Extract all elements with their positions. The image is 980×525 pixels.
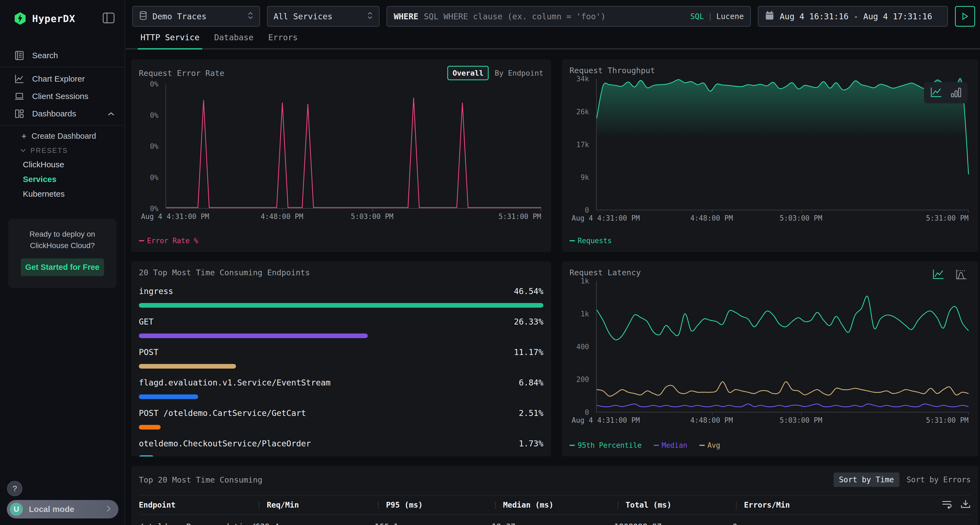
x-tick: 5:03:00 PM xyxy=(780,416,822,424)
sidebar-item-kubernetes[interactable]: Kubernetes xyxy=(0,187,125,201)
lucene-mode-button[interactable]: Lucene xyxy=(716,12,744,21)
column-label: Req/Min xyxy=(267,501,299,509)
sort-by-errors-button[interactable]: Sort by Errors xyxy=(907,475,971,484)
histogram-icon[interactable] xyxy=(955,268,967,281)
tab-database[interactable]: Database xyxy=(212,33,256,48)
promo-text-line2: ClickHouse Cloud? xyxy=(14,240,111,251)
sql-mode-button[interactable]: SQL xyxy=(690,12,704,21)
y-tick: 26k xyxy=(576,108,589,116)
latency-chart: 1k 1k 400 200 0 Aug 4 4:31:00 PM 4:48:00… xyxy=(570,281,971,432)
time-range-picker[interactable]: Aug 4 16:31:16 - Aug 4 17:31:16 xyxy=(758,6,948,27)
endpoint-value: 11.17% xyxy=(514,347,543,357)
tab-errors[interactable]: Errors xyxy=(266,33,300,48)
y-tick: 9k xyxy=(581,173,589,181)
column-label: P95 (ms) xyxy=(386,501,423,509)
error-rate-view-toggle: Overall By Endpoint xyxy=(447,66,543,80)
sidebar-item-dashboards[interactable]: Dashboards xyxy=(0,105,125,122)
help-button[interactable]: ? xyxy=(7,481,22,496)
legend-label: Requests xyxy=(578,237,612,245)
error-rate-legend: Error Rate % xyxy=(139,237,198,245)
column-header-req-min[interactable]: ⋮ Req/Min xyxy=(255,501,375,509)
column-header-errors-min[interactable]: ⋮ Errors/Min xyxy=(733,501,971,509)
where-clause-input[interactable]: WHERE SQL WHERE clause (ex. column = 'fo… xyxy=(387,6,751,27)
top-time-consuming-table-card: Top 20 Most Time Consuming Sort by Time … xyxy=(131,466,978,525)
line-chart-icon[interactable] xyxy=(932,268,945,281)
drag-handle-icon[interactable]: ⋮ xyxy=(733,501,740,509)
get-started-button[interactable]: Get Started for Free xyxy=(21,259,104,276)
endpoint-row[interactable]: oteldemo.CheckoutService/PlaceOrder1.73% xyxy=(139,439,543,457)
download-icon[interactable] xyxy=(960,499,971,511)
sidebar-collapse-icon[interactable] xyxy=(102,12,115,25)
user-menu[interactable]: U Local mode xyxy=(7,500,118,519)
sidebar: HyperDX Search Chart Explorer xyxy=(0,0,125,525)
sort-by-time-button[interactable]: Sort by Time xyxy=(834,473,899,487)
preset-label: Services xyxy=(23,174,56,184)
drag-handle-icon[interactable]: ⋮ xyxy=(614,501,622,509)
x-tick: 4:48:00 PM xyxy=(690,416,733,424)
y-tick: 0% xyxy=(150,205,158,213)
throughput-plot[interactable] xyxy=(596,79,969,210)
select-chevrons-icon xyxy=(360,11,373,22)
legend-label: Avg xyxy=(708,441,720,449)
laptop-icon xyxy=(14,91,24,102)
cell-endpoint: /oteldemo.RecommendationServ xyxy=(139,522,255,525)
sidebar-item-client-sessions[interactable]: Client Sessions xyxy=(0,87,125,105)
endpoint-row[interactable]: POST /oteldemo.CartService/GetCart2.51% xyxy=(139,408,543,430)
y-tick: 0% xyxy=(150,174,158,182)
create-dashboard-label: Create Dashboard xyxy=(32,132,96,141)
cell-median: 19.37 xyxy=(492,522,614,525)
wrap-lines-icon[interactable] xyxy=(941,499,952,511)
column-header-total[interactable]: ⋮ Total (ms) xyxy=(614,501,733,509)
legend-swatch xyxy=(699,445,705,446)
endpoint-label: flagd.evaluation.v1.Service/EventStream xyxy=(139,378,331,387)
request-latency-card: Request Latency 1k 1k xyxy=(562,262,978,457)
endpoint-label: ingress xyxy=(139,286,173,296)
sidebar-item-chart-explorer[interactable]: Chart Explorer xyxy=(0,70,125,87)
latency-plot[interactable] xyxy=(596,281,969,412)
endpoint-row[interactable]: flagd.evaluation.v1.Service/EventStream6… xyxy=(139,378,543,399)
column-header-p95[interactable]: ⋮ P95 (ms) xyxy=(375,501,492,509)
tab-http-service[interactable]: HTTP Service xyxy=(138,33,202,48)
bar-chart-icon[interactable] xyxy=(951,87,961,99)
y-tick: 0% xyxy=(150,111,158,119)
endpoint-label: POST xyxy=(139,347,158,357)
table-row[interactable]: /oteldemo.RecommendationServ 639.4 166.1… xyxy=(139,515,971,525)
endpoint-bar xyxy=(139,395,198,399)
column-header-median[interactable]: ⋮ Median (ms) xyxy=(492,501,614,509)
y-tick: 0 xyxy=(585,408,589,416)
sidebar-item-label: Chart Explorer xyxy=(32,74,85,84)
drag-handle-icon[interactable]: ⋮ xyxy=(492,501,499,509)
service-select[interactable]: All Services xyxy=(267,6,380,27)
logo-row: HyperDX xyxy=(0,0,125,25)
line-chart-icon[interactable] xyxy=(930,87,942,99)
presets-toggle[interactable]: PRESETS xyxy=(0,144,125,157)
x-tick: Aug 4 4:31:00 PM xyxy=(572,214,640,222)
drag-handle-icon[interactable]: ⋮ xyxy=(255,501,263,509)
x-tick: 5:31:00 PM xyxy=(498,213,541,220)
endpoint-row[interactable]: POST11.17% xyxy=(139,347,543,369)
y-tick: 1k xyxy=(581,310,589,318)
sidebar-item-search[interactable]: Search xyxy=(0,47,125,64)
drag-handle-icon[interactable]: ⋮ xyxy=(375,501,382,509)
sidebar-item-services[interactable]: Services xyxy=(0,172,125,187)
endpoint-row[interactable]: ingress46.54% xyxy=(139,286,543,308)
chevron-down-icon xyxy=(20,149,26,152)
column-header-endpoint[interactable]: Endpoint xyxy=(139,501,255,509)
data-source-select[interactable]: Demo Traces xyxy=(132,6,260,27)
run-query-button[interactable] xyxy=(955,6,975,27)
throughput-chart: 34k 26k 17k 9k 0 Aug 4 4:31:00 PM 4:48:0… xyxy=(570,79,971,230)
error-rate-plot[interactable] xyxy=(165,84,541,209)
y-tick: 34k xyxy=(576,75,589,83)
chevron-up-icon[interactable] xyxy=(107,109,115,118)
by-endpoint-toggle-button[interactable]: By Endpoint xyxy=(495,69,543,77)
endpoint-row[interactable]: GET26.33% xyxy=(139,317,543,338)
preset-label: ClickHouse xyxy=(23,160,64,169)
overall-toggle-button[interactable]: Overall xyxy=(447,66,488,80)
chart-type-switcher xyxy=(924,82,967,103)
sidebar-item-clickhouse[interactable]: ClickHouse xyxy=(0,157,125,172)
play-icon xyxy=(961,12,969,21)
column-label: Median (ms) xyxy=(503,501,554,509)
request-throughput-card: Request Throughput 34k 26k xyxy=(562,59,978,252)
create-dashboard-button[interactable]: + Create Dashboard xyxy=(0,128,125,144)
legend-label: Error Rate % xyxy=(147,237,198,245)
